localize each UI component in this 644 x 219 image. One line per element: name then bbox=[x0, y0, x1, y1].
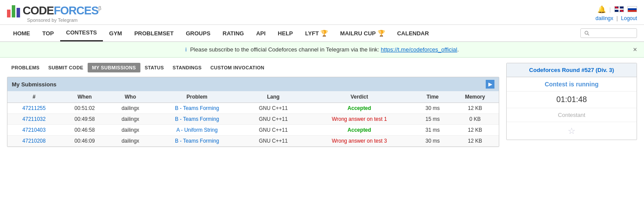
cell-problem: B - Teams Forming bbox=[152, 136, 242, 147]
search-input[interactable] bbox=[580, 28, 637, 38]
nav-bar: HOME TOP CONTESTS GYM PROBLEMSET GROUPS … bbox=[0, 25, 644, 42]
cell-verdict: Wrong answer on test 1 bbox=[305, 114, 414, 125]
cell-time: 15 ms bbox=[414, 114, 451, 125]
submission-id-link[interactable]: 47211255 bbox=[22, 105, 45, 111]
tab-status[interactable]: STATUS bbox=[140, 63, 168, 72]
cell-memory: 12 KB bbox=[451, 136, 499, 147]
table-header-row: # When Who Problem Lang Verdict Time Mem… bbox=[7, 91, 499, 103]
top-bar: CODEFORCESβ Sponsored by Telegram 🔔 | da… bbox=[0, 0, 644, 25]
col-when: When bbox=[61, 91, 109, 103]
user-link[interactable]: dailingx bbox=[596, 15, 613, 21]
bar-blue bbox=[17, 8, 20, 17]
cell-when: 00:46:58 bbox=[61, 125, 109, 136]
nav-problemset[interactable]: PROBLEMSET bbox=[128, 26, 180, 41]
flag-ru[interactable] bbox=[627, 6, 637, 12]
cell-who: dailingx bbox=[109, 103, 152, 114]
notice-link[interactable]: https://t.me/codeforces_official bbox=[381, 46, 457, 53]
cell-when: 00:51:02 bbox=[61, 103, 109, 114]
nav-rating[interactable]: RATING bbox=[217, 26, 250, 41]
table-row: 47211032 00:49:58 dailingx B - Teams For… bbox=[7, 114, 499, 125]
logo-forces: FORCES bbox=[54, 4, 98, 17]
problem-link[interactable]: B - Teams Forming bbox=[175, 116, 219, 122]
nav-groups[interactable]: GROUPS bbox=[180, 26, 216, 41]
tab-submit-code[interactable]: SUBMIT CODE bbox=[44, 63, 88, 72]
col-id: # bbox=[7, 91, 61, 103]
table-arrow-button[interactable]: ▶ bbox=[486, 80, 494, 89]
contest-box-title: Codeforces Round #527 (Div. 3) bbox=[507, 63, 637, 77]
logo-text: CODEFORCESβ bbox=[23, 4, 101, 17]
cell-id: 47211255 bbox=[7, 103, 61, 114]
tab-problems[interactable]: PROBLEMS bbox=[7, 63, 44, 72]
cell-lang: GNU C++11 bbox=[242, 103, 305, 114]
star-icon[interactable]: ☆ bbox=[507, 122, 637, 140]
verdict-text: Wrong answer on test 1 bbox=[332, 116, 387, 122]
logo-beta: β bbox=[98, 5, 101, 11]
nav-calendar[interactable]: CALENDAR bbox=[391, 26, 435, 41]
tab-standings[interactable]: STANDINGS bbox=[168, 63, 206, 72]
cell-lang: GNU C++11 bbox=[242, 114, 305, 125]
submissions-table: # When Who Problem Lang Verdict Time Mem… bbox=[7, 91, 499, 147]
problem-link[interactable]: B - Teams Forming bbox=[175, 105, 219, 111]
nav-gym[interactable]: GYM bbox=[103, 26, 128, 41]
nav-help[interactable]: HELP bbox=[272, 26, 299, 41]
logout-link[interactable]: Logout bbox=[621, 15, 637, 21]
cell-who: dailingx bbox=[109, 114, 152, 125]
nav-items: HOME TOP CONTESTS GYM PROBLEMSET GROUPS … bbox=[7, 25, 435, 41]
cell-memory: 12 KB bbox=[451, 125, 499, 136]
cell-problem: A - Uniform String bbox=[152, 125, 242, 136]
cell-verdict: Wrong answer on test 3 bbox=[305, 136, 414, 147]
nav-home[interactable]: HOME bbox=[7, 26, 36, 41]
cell-time: 31 ms bbox=[414, 125, 451, 136]
contest-timer: 01:01:48 bbox=[507, 92, 637, 108]
contest-role: Contestant bbox=[507, 108, 637, 122]
col-problem: Problem bbox=[152, 91, 242, 103]
tab-my-submissions[interactable]: MY SUBMISSIONS bbox=[88, 63, 140, 72]
nav-mailru[interactable]: MAILRU CUP 🏆 bbox=[334, 25, 391, 41]
nav-top[interactable]: TOP bbox=[36, 26, 60, 41]
logo-area: CODEFORCESβ Sponsored by Telegram bbox=[7, 3, 101, 23]
submissions-table-container: My Submissions ▶ # When Who Problem Lang… bbox=[7, 77, 499, 147]
cell-lang: GNU C++11 bbox=[242, 136, 305, 147]
close-icon[interactable]: × bbox=[633, 46, 637, 54]
col-who: Who bbox=[109, 91, 152, 103]
table-row: 47210208 00:46:09 dailingx B - Teams For… bbox=[7, 136, 499, 147]
nav-lyft[interactable]: LYFT 🏆 bbox=[299, 25, 334, 41]
top-right-icons: 🔔 | bbox=[597, 5, 637, 14]
notice-text: Please subscribe to the official Codefor… bbox=[190, 46, 381, 53]
problem-link[interactable]: B - Teams Forming bbox=[175, 138, 219, 144]
cell-who: dailingx bbox=[109, 125, 152, 136]
verdict-text: Accepted bbox=[348, 105, 371, 111]
logo-bars bbox=[7, 3, 20, 17]
col-time: Time bbox=[414, 91, 451, 103]
cell-who: dailingx bbox=[109, 136, 152, 147]
cell-time: 30 ms bbox=[414, 136, 451, 147]
col-verdict: Verdict bbox=[305, 91, 414, 103]
cell-verdict: Accepted bbox=[305, 125, 414, 136]
submission-id-link[interactable]: 47210403 bbox=[22, 127, 45, 133]
info-icon: i bbox=[185, 46, 187, 53]
submission-id-link[interactable]: 47210208 bbox=[22, 138, 45, 144]
contest-status: Contest is running bbox=[507, 77, 637, 92]
bar-green bbox=[12, 5, 15, 17]
separator: | bbox=[610, 6, 611, 13]
cell-when: 00:49:58 bbox=[61, 114, 109, 125]
logo-row: CODEFORCESβ bbox=[7, 3, 101, 17]
cell-lang: GNU C++11 bbox=[242, 125, 305, 136]
col-memory: Memory bbox=[451, 91, 499, 103]
cell-id: 47211032 bbox=[7, 114, 61, 125]
problem-link[interactable]: A - Uniform String bbox=[176, 127, 218, 133]
contest-box: Codeforces Round #527 (Div. 3) Contest i… bbox=[506, 63, 637, 140]
contest-title-link[interactable]: Codeforces Round #527 (Div. 3) bbox=[529, 67, 614, 73]
nav-contests[interactable]: CONTESTS bbox=[60, 25, 103, 41]
verdict-text: Wrong answer on test 3 bbox=[332, 138, 387, 144]
content-area: PROBLEMS SUBMIT CODE MY SUBMISSIONS STAT… bbox=[0, 58, 644, 152]
cell-memory: 0 KB bbox=[451, 114, 499, 125]
flag-uk[interactable] bbox=[614, 6, 624, 12]
nav-api[interactable]: API bbox=[250, 26, 272, 41]
submission-id-link[interactable]: 47211032 bbox=[22, 116, 45, 122]
main-content: PROBLEMS SUBMIT CODE MY SUBMISSIONS STAT… bbox=[7, 63, 499, 147]
bell-icon[interactable]: 🔔 bbox=[597, 5, 606, 14]
cell-id: 47210208 bbox=[7, 136, 61, 147]
cell-problem: B - Teams Forming bbox=[152, 103, 242, 114]
tab-custom-invocation[interactable]: CUSTOM INVOCATION bbox=[206, 63, 269, 72]
